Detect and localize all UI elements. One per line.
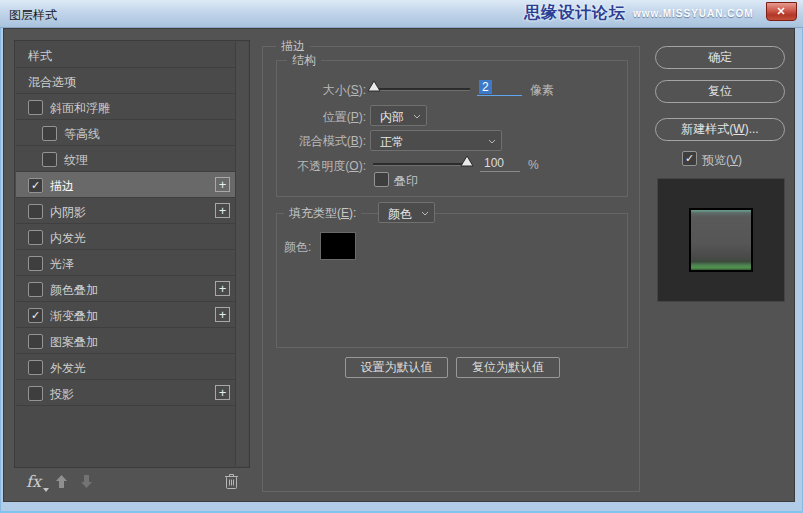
overprint-label: 叠印 [394, 173, 418, 190]
reset-button[interactable]: 复位 [655, 80, 785, 103]
chevron-down-icon [421, 211, 429, 216]
close-icon [767, 3, 796, 20]
title-bar[interactable]: 图层样式 思缘设计论坛 www.MISSYUAN.COM [0, 0, 803, 28]
effect-checkbox[interactable] [28, 204, 43, 219]
size-slider-track[interactable] [372, 88, 470, 91]
blend-mode-label: 混合模式(B): [276, 133, 366, 150]
size-label: 大小(S): [276, 82, 366, 99]
opacity-input[interactable]: 100 [480, 156, 520, 172]
watermark-text: 思缘设计论坛 [524, 3, 626, 24]
effect-checkbox[interactable] [28, 282, 43, 297]
reset-default-button[interactable]: 复位为默认值 [456, 357, 560, 378]
add-effect-button[interactable] [215, 203, 230, 218]
effect-checkbox[interactable] [28, 230, 43, 245]
effects-list-scrollbar[interactable] [235, 42, 248, 466]
move-effect-up-button[interactable] [55, 474, 68, 489]
close-button[interactable] [766, 2, 797, 21]
chevron-down-icon [488, 139, 496, 144]
sidebar-item-texture[interactable]: 纹理 [16, 146, 236, 172]
sidebar-item-satin[interactable]: 光泽 [16, 250, 236, 276]
effect-checkbox[interactable] [28, 334, 43, 349]
style-preview-thumbnail [689, 208, 753, 272]
sidebar-item-contour[interactable]: 等高线 [16, 120, 236, 146]
watermark-url: www.MISSYUAN.COM [633, 8, 754, 19]
opacity-unit-label: % [528, 158, 539, 172]
opacity-slider-thumb[interactable] [460, 156, 474, 167]
structure-group-title: 结构 [287, 53, 321, 67]
add-effect-button[interactable] [215, 307, 230, 322]
structure-group [276, 60, 628, 197]
style-preview-panel [657, 178, 785, 302]
chevron-down-icon [413, 114, 421, 119]
sidebar-item-drop-shadow[interactable]: 投影 [16, 380, 236, 406]
overprint-checkbox[interactable] [374, 172, 389, 187]
layer-style-dialog: 图层样式 思缘设计论坛 www.MISSYUAN.COM 样式 混合选项 斜面和… [0, 0, 803, 513]
effect-checkbox[interactable] [42, 126, 57, 141]
sidebar-item-color-overlay[interactable]: 颜色叠加 [16, 276, 236, 302]
fx-menu-button[interactable]: fx [26, 472, 41, 491]
sidebar-item-bevel-and-emboss[interactable]: 斜面和浮雕 [16, 94, 236, 120]
blend-mode-dropdown[interactable]: 正常 [370, 130, 502, 151]
position-dropdown[interactable]: 内部 [370, 105, 427, 126]
effect-checkbox[interactable]: ✓ [28, 178, 43, 193]
opacity-label: 不透明度(O): [276, 158, 366, 175]
sidebar-item-styles[interactable]: 样式 [16, 42, 236, 68]
sidebar-item-inner-shadow[interactable]: 内阴影 [16, 198, 236, 224]
fx-menu-caret-icon [43, 488, 49, 492]
stroke-color-swatch[interactable] [320, 232, 356, 260]
add-effect-button[interactable] [215, 177, 230, 192]
set-default-button[interactable]: 设置为默认值 [345, 357, 448, 378]
new-style-button[interactable]: 新建样式(W)... [655, 118, 785, 141]
sidebar-item-stroke[interactable]: ✓描边 [16, 172, 236, 198]
sidebar-item-gradient-overlay[interactable]: ✓渐变叠加 [16, 302, 236, 328]
fill-type-dropdown[interactable]: 颜色 [378, 202, 435, 223]
fill-type-label: 填充类型(E): [284, 206, 361, 220]
window-title: 图层样式 [9, 7, 57, 24]
position-label: 位置(P): [276, 109, 366, 126]
effect-checkbox[interactable]: ✓ [28, 308, 43, 323]
color-label: 颜色: [284, 239, 311, 256]
size-unit-label: 像素 [530, 82, 554, 99]
effects-list: 样式 混合选项 斜面和浮雕 等高线 纹理 ✓描边 内阴影 内发光 光泽 颜色叠加… [14, 40, 250, 468]
delete-effect-trash-icon[interactable] [224, 472, 239, 490]
sidebar-item-blending-options[interactable]: 混合选项 [16, 68, 236, 94]
size-input[interactable]: 2 [477, 80, 522, 96]
opacity-slider-track[interactable] [373, 163, 471, 166]
sidebar-item-inner-glow[interactable]: 内发光 [16, 224, 236, 250]
add-effect-button[interactable] [215, 385, 230, 400]
effect-checkbox[interactable] [28, 360, 43, 375]
effect-checkbox[interactable] [42, 152, 57, 167]
add-effect-button[interactable] [215, 281, 230, 296]
sidebar-item-outer-glow[interactable]: 外发光 [16, 354, 236, 380]
sidebar-item-pattern-overlay[interactable]: 图案叠加 [16, 328, 236, 354]
effect-checkbox[interactable] [28, 100, 43, 115]
move-effect-down-button[interactable] [80, 474, 93, 489]
size-slider-thumb[interactable] [367, 81, 381, 92]
effect-checkbox[interactable] [28, 386, 43, 401]
preview-label: 预览(V) [702, 152, 742, 169]
preview-checkbox[interactable]: ✓ [682, 151, 697, 166]
effect-checkbox[interactable] [28, 256, 43, 271]
ok-button[interactable]: 确定 [655, 46, 785, 69]
panel-title: 描边 [276, 39, 310, 53]
